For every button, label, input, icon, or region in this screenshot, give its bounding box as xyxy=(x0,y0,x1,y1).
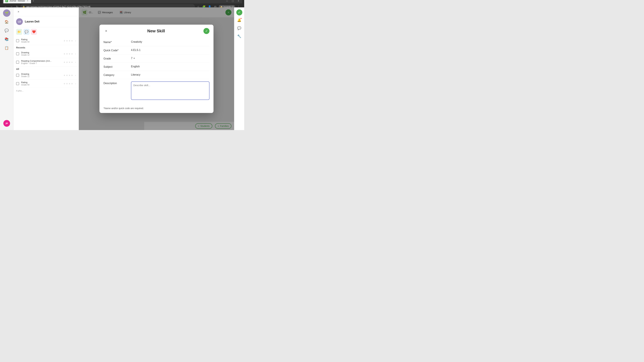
right-sidebar: ✓ 🔔 💬 🔧 xyxy=(234,7,244,130)
form-row-description: Description xyxy=(104,79,210,102)
sidebar-user-avatar[interactable]: JP xyxy=(3,120,10,127)
skill-name: Drawing xyxy=(21,51,62,54)
user-header-name: Lauren Deli xyxy=(25,20,40,23)
star-1: ★ xyxy=(64,39,66,42)
star-4: ★ xyxy=(71,39,73,42)
panel-close-button[interactable]: × xyxy=(16,9,21,14)
name-label: Name* xyxy=(104,40,127,44)
user-header-avatar: LD xyxy=(16,18,23,25)
modal-confirm-button[interactable]: ✓ xyxy=(204,28,210,34)
tab-title: Journal - Seesaw xyxy=(10,0,25,2)
tab-bar: S Journal - Seesaw × + ─ □ × xyxy=(2,0,242,3)
star-4: ★ xyxy=(71,82,73,85)
skill-info: Drawing Grade 12 xyxy=(21,51,62,56)
quick-code-label: Quick Code* xyxy=(104,49,127,52)
skill-item-drawing-12[interactable]: Drawing Grade 12 ★ ★ ★ ★ › xyxy=(14,50,79,58)
star-2: ★ xyxy=(66,74,68,77)
sidebar-user-initials: JP xyxy=(5,122,8,125)
category-value[interactable]: Literacy xyxy=(131,73,210,76)
left-panel: × LD Lauren Deli 📁 💬 ❤️ Rating xyxy=(14,7,79,130)
grade-dropdown-icon: ▼ xyxy=(133,57,135,59)
sidebar-item-messages[interactable]: 💬 xyxy=(3,27,10,34)
description-textarea[interactable] xyxy=(131,81,210,100)
recents-section-title: Recents xyxy=(14,45,79,50)
skill-grade: Grade 12 xyxy=(21,54,62,56)
skill-grade: Grade All xyxy=(21,84,62,86)
skill-item-rating-all-bottom[interactable]: Rating Grade All ★ ★ ★ ★ › xyxy=(14,79,79,88)
star-1: ★ xyxy=(64,82,66,85)
sidebar: 🌱 🏠 💬 📚 📋 JP xyxy=(0,7,14,130)
app-icon-liked[interactable]: ❤️ xyxy=(31,29,37,35)
skill-name: Reading Comprehension (4.8... xyxy=(21,60,62,62)
description-label: Description xyxy=(104,81,127,85)
tab-close-button[interactable]: × xyxy=(26,0,29,2)
subject-value[interactable]: English xyxy=(131,65,210,68)
active-tab[interactable]: S Journal - Seesaw × xyxy=(3,0,31,3)
skill-checkbox[interactable] xyxy=(16,39,19,42)
star-2: ★ xyxy=(66,52,68,55)
skill-item-drawing-12-all[interactable]: Drawing Grade 12 ★ ★ ★ ★ › xyxy=(14,71,79,79)
modal-close-button[interactable]: × xyxy=(104,28,109,34)
star-4: ★ xyxy=(71,61,73,63)
notifications-button[interactable]: 🔔 xyxy=(236,17,243,23)
minimize-button[interactable]: ─ xyxy=(225,0,230,3)
modal-footer: *Name and/or quick code are required. xyxy=(100,106,214,113)
new-skill-modal: × New Skill ✓ Name* Creativity xyxy=(100,25,214,113)
right-content: 🌿 Cl... 💬 Messages 📚 Library + xyxy=(79,7,234,130)
sidebar-item-home[interactable]: 🏠 xyxy=(3,18,10,25)
skill-checkbox[interactable] xyxy=(16,82,19,85)
app-icon-row: 📁 💬 ❤️ xyxy=(14,27,79,36)
skill-name: Rating xyxy=(21,38,62,41)
grade-select-value: 7 xyxy=(131,57,132,60)
notification-badge-dot xyxy=(240,18,242,19)
a-photo-text: A pho... xyxy=(14,88,79,94)
maximize-button[interactable]: □ xyxy=(230,0,235,3)
tab-favicon: S xyxy=(5,0,8,2)
right-messages-button[interactable]: 💬 xyxy=(236,25,243,31)
quick-code-value[interactable]: 4.ELS.1 xyxy=(131,49,210,52)
settings-button[interactable]: 🔧 xyxy=(236,33,243,39)
form-row-quick-code: Quick Code* 4.ELS.1 xyxy=(104,46,210,54)
sidebar-logo[interactable]: 🌱 xyxy=(3,9,10,17)
star-1: ★ xyxy=(64,74,66,77)
sidebar-item-library[interactable]: 📚 xyxy=(3,35,10,43)
star-3: ★ xyxy=(68,82,70,85)
star-2: ★ xyxy=(66,82,68,85)
skill-stars: ★ ★ ★ ★ xyxy=(64,52,73,55)
skill-item-rating-all-top[interactable]: Rating Grade All ★ ★ ★ ★ › xyxy=(14,36,79,45)
star-4: ★ xyxy=(71,52,73,55)
skill-item-reading-comprehension[interactable]: Reading Comprehension (4.8... English - … xyxy=(14,58,79,66)
form-row-category: Category Literacy xyxy=(104,71,210,79)
skill-stars: ★ ★ ★ ★ xyxy=(64,39,73,42)
skill-checkbox[interactable] xyxy=(16,74,19,77)
form-row-grade: Grade 7 ▼ xyxy=(104,54,210,63)
skill-arrow: › xyxy=(75,39,76,42)
app-icon-photos[interactable]: 📁 xyxy=(16,29,22,35)
close-window-button[interactable]: × xyxy=(236,0,241,3)
star-2: ★ xyxy=(66,39,68,42)
all-section-title: All xyxy=(14,66,79,71)
right-confirm-button[interactable]: ✓ xyxy=(236,9,242,15)
star-3: ★ xyxy=(68,61,70,63)
star-3: ★ xyxy=(68,52,70,55)
sidebar-item-activity[interactable]: 📋 xyxy=(3,44,10,52)
browser-chrome: S Journal - Seesaw × + ─ □ × ← → ↻ 🔒 app… xyxy=(0,0,244,7)
user-header-initials: LD xyxy=(18,20,21,23)
skill-checkbox[interactable] xyxy=(16,61,19,64)
skill-grade: Grade 12 xyxy=(21,75,62,78)
app-icon-journal[interactable]: 💬 xyxy=(24,29,30,35)
new-tab-button[interactable]: + xyxy=(31,0,36,3)
skill-checkbox[interactable] xyxy=(16,52,19,55)
name-value[interactable]: Creativity xyxy=(131,40,210,43)
grade-select[interactable]: 7 ▼ xyxy=(131,57,135,60)
star-2: ★ xyxy=(66,61,68,63)
star-1: ★ xyxy=(64,52,66,55)
skill-stars: ★ ★ ★ ★ xyxy=(64,61,73,63)
confirm-icon: ✓ xyxy=(205,29,208,33)
skill-arrow: › xyxy=(75,52,76,55)
skill-stars: ★ ★ ★ ★ xyxy=(64,82,73,85)
skill-name: Drawing xyxy=(21,73,62,75)
skill-name: Rating xyxy=(21,81,62,84)
app-layout: 🌱 🏠 💬 📚 📋 JP × LD Lauren Deli xyxy=(0,7,244,130)
main-body: × LD Lauren Deli 📁 💬 ❤️ Rating xyxy=(14,7,244,130)
